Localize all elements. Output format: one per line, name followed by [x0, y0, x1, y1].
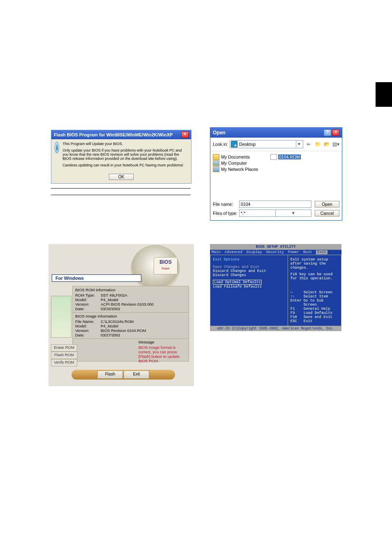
- menu-item[interactable]: Load Failsafe Defaults: [213, 285, 285, 289]
- flash-prompt-line1: This Program will Update your BIOS.: [62, 142, 188, 146]
- tab-advanced[interactable]: Advanced: [225, 250, 242, 254]
- exit-button[interactable]: Exit: [124, 371, 149, 379]
- preview-image: [51, 296, 71, 338]
- tab-security[interactable]: Security: [266, 250, 284, 254]
- close-icon[interactable]: ×: [181, 131, 189, 138]
- file-icon: [270, 154, 277, 160]
- bios-setup-utility: BIOS SETUP UTILITY Main Advanced Display…: [210, 244, 341, 331]
- verify-rom-button[interactable]: Verify ROM: [51, 359, 77, 366]
- rom-info-header: BIOS ROM Information: [75, 288, 186, 292]
- menu-item[interactable]: Discard Changes and Exit: [213, 269, 285, 273]
- help-icon[interactable]: ?: [324, 129, 331, 136]
- menu-item[interactable]: Save Changes and Exit: [213, 265, 285, 269]
- message-text: BIOS image format is correct, you can pr…: [138, 345, 188, 363]
- open-dialog-title: Open: [213, 130, 324, 136]
- for-windows-banner: For Windows: [52, 274, 141, 282]
- tab-main[interactable]: Main: [212, 250, 221, 254]
- list-item[interactable]: My Documents: [213, 154, 270, 160]
- back-icon[interactable]: ⇐: [305, 140, 312, 148]
- ok-button[interactable]: OK: [109, 174, 134, 180]
- look-in-combo[interactable]: Desktop ▾: [230, 140, 303, 148]
- erase-rom-button[interactable]: Erase ROM: [51, 344, 77, 352]
- flash-bios-prompt: Flash BIOS Program for Win98SE/WinME/Win…: [51, 130, 191, 184]
- look-in-label: Look in:: [213, 142, 228, 147]
- help-text: F10 key can be used for this operation.: [291, 272, 339, 281]
- close-icon[interactable]: ×: [332, 129, 339, 136]
- look-in-value: Desktop: [239, 142, 256, 147]
- menu-item-selected[interactable]: Load Optimal Defaults: [213, 280, 262, 285]
- open-file-dialog: Open ? × Look in: Desktop ▾ ⇐ 📁 📂 ▤▾: [210, 127, 341, 221]
- network-icon: [213, 166, 219, 172]
- help-text: Exit system setup after saving the chang…: [291, 258, 339, 270]
- computer-icon: [213, 160, 219, 166]
- bios-setup-title: BIOS SETUP UTILITY: [210, 244, 341, 250]
- flash-button[interactable]: Flash: [97, 371, 123, 379]
- menu-item[interactable]: Discard Changes: [213, 273, 285, 277]
- bios-menubar[interactable]: Main Advanced Display Security Power Boo…: [210, 250, 341, 255]
- list-item[interactable]: My Network Places: [213, 166, 270, 172]
- folder-icon: [213, 154, 219, 160]
- file-list[interactable]: My Documents My Computer My Network Plac…: [210, 151, 342, 197]
- files-of-type-combo[interactable]: *.* ▾: [239, 210, 311, 217]
- chevron-down-icon[interactable]: ▾: [275, 210, 311, 216]
- list-item[interactable]: My Computer: [213, 160, 270, 166]
- open-button[interactable]: Open: [315, 201, 339, 207]
- bios-footer: v02.33 (C)Copyright 1985-2002, American …: [210, 326, 341, 331]
- tab-exit[interactable]: Exit: [316, 250, 327, 254]
- flash-prompt-line2: Only update your BIOS if you have proble…: [62, 148, 188, 161]
- up-folder-icon[interactable]: 📁: [314, 140, 321, 148]
- file-name-input[interactable]: [239, 200, 311, 208]
- file-name-label: File name:: [213, 202, 239, 207]
- divider: [51, 195, 191, 195]
- image-info-header: BIOS Image Information: [75, 314, 186, 318]
- cancel-button[interactable]: Cancel: [315, 210, 339, 216]
- new-folder-icon[interactable]: 📂: [323, 140, 330, 148]
- key-legend: ↔Select Screen ↑↓Select Item EnterGo to …: [291, 290, 339, 323]
- desktop-icon: [231, 141, 238, 147]
- margin-tab: [376, 82, 392, 107]
- flash-rom-button[interactable]: Flash ROM: [51, 352, 77, 359]
- message-header: Message: [138, 340, 188, 344]
- list-item-selected[interactable]: 0104.ROM: [270, 154, 301, 160]
- info-icon: i: [55, 142, 59, 153]
- divider: [51, 188, 191, 189]
- bios-flash-app: BIOS Flash For Windows BIOS ROM Informat…: [48, 244, 194, 386]
- exit-options-header: Exit Options: [213, 258, 285, 262]
- flash-prompt-line3: Careless updating can result in your Not…: [62, 163, 188, 167]
- chevron-down-icon[interactable]: ▾: [296, 141, 302, 147]
- files-of-type-label: Files of type:: [213, 211, 239, 216]
- bios-flash-logo: BIOS Flash: [154, 257, 178, 274]
- tab-boot[interactable]: Boot: [303, 250, 312, 254]
- tab-power[interactable]: Power: [288, 250, 299, 254]
- flash-prompt-title: Flash BIOS Program for Win98SE/WinME/Win…: [54, 132, 181, 137]
- tab-display[interactable]: Display: [247, 250, 262, 254]
- view-menu-icon[interactable]: ▤▾: [332, 140, 339, 148]
